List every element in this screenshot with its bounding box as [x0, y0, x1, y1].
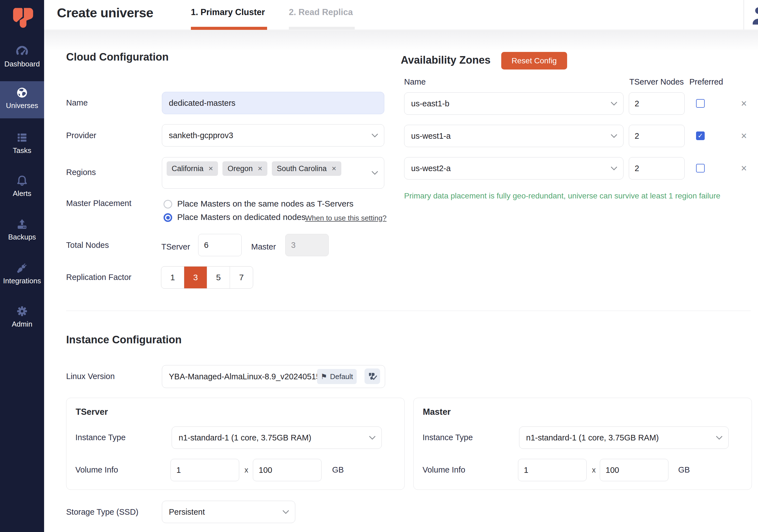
- region-chip[interactable]: South Carolina ×: [272, 161, 341, 176]
- az-zone-value: us-west1-a: [404, 131, 451, 141]
- master-count-label: Master: [251, 242, 276, 252]
- master-volume-size-input[interactable]: 100: [600, 459, 669, 481]
- remove-region-icon[interactable]: ×: [208, 164, 213, 173]
- chevron-down-icon: [282, 510, 290, 514]
- az-nodes-input[interactable]: 2: [629, 125, 685, 147]
- tserver-count-label: TServer: [161, 242, 190, 252]
- master-count-value: 3: [286, 241, 295, 250]
- az-zone-select[interactable]: us-east1-b: [404, 92, 624, 115]
- master-volume-count-input[interactable]: 1: [518, 459, 587, 481]
- az-remove-icon[interactable]: ×: [741, 98, 747, 109]
- yugabyte-logo[interactable]: [10, 3, 35, 29]
- header-shadow: [44, 30, 758, 51]
- remove-region-icon[interactable]: ×: [258, 164, 262, 173]
- regions-multiselect[interactable]: California × Oregon × South Carolina ×: [162, 157, 384, 189]
- sidebar-item-label: Tasks: [0, 146, 44, 155]
- flag-icon: ⚑: [321, 372, 327, 381]
- chevron-down-icon: [610, 166, 618, 170]
- rf-option-3[interactable]: 3: [184, 266, 207, 288]
- storage-type-select[interactable]: Persistent: [162, 501, 295, 523]
- sidebar-item-integrations[interactable]: Integrations: [0, 261, 44, 285]
- az-zone-value: us-east1-b: [404, 99, 449, 108]
- speedometer-icon: [15, 44, 29, 58]
- inactive-tab-indicator: [289, 27, 355, 30]
- radio-masters-same-nodes-label: Place Masters on the same nodes as T-Ser…: [177, 199, 353, 208]
- chevron-down-icon: [610, 134, 618, 138]
- tserver-count-value: 6: [198, 241, 208, 250]
- sidebar-item-backups[interactable]: Backups: [0, 217, 44, 241]
- az-nodes-value: 2: [629, 99, 639, 108]
- sidebar-item-dashboard[interactable]: Dashboard: [0, 44, 44, 68]
- radio-masters-same-nodes[interactable]: [163, 200, 172, 208]
- az-preferred-checkbox[interactable]: [696, 164, 705, 172]
- tserver-count-input[interactable]: 6: [198, 234, 242, 256]
- sidebar-item-tasks[interactable]: Tasks: [0, 131, 44, 155]
- tserver-instance-type-label: Instance Type: [75, 433, 125, 442]
- sidebar: Dashboard Universes Tasks: [0, 0, 44, 532]
- master-volume-info-label: Volume Info: [423, 465, 465, 475]
- default-badge: ⚑ Default: [317, 369, 357, 384]
- geo-redundancy-message: Primary data placement is fully geo-redu…: [404, 192, 720, 200]
- linux-version-label: Linux Version: [66, 372, 115, 381]
- az-remove-icon[interactable]: ×: [741, 130, 747, 142]
- chevron-down-icon: [371, 133, 378, 138]
- chevron-down-icon: [610, 101, 618, 106]
- universe-name-value: dedicated-masters: [162, 98, 235, 108]
- instance-configuration-title: Instance Configuration: [66, 334, 182, 346]
- volume-multiply-label: x: [245, 466, 248, 475]
- default-badge-label: Default: [330, 372, 353, 381]
- radio-masters-dedicated-nodes[interactable]: [163, 213, 172, 222]
- az-remove-icon[interactable]: ×: [741, 162, 747, 174]
- rf-option-7[interactable]: 7: [230, 266, 253, 288]
- tserver-volume-unit: GB: [332, 465, 344, 475]
- create-universe-page: Dashboard Universes Tasks: [0, 0, 758, 532]
- sidebar-item-universes[interactable]: Universes: [0, 81, 44, 118]
- linux-version-action-button[interactable]: [364, 369, 380, 384]
- universe-name-input[interactable]: dedicated-masters: [162, 92, 384, 114]
- sidebar-item-label: Integrations: [0, 277, 44, 285]
- cloud-configuration-title: Cloud Configuration: [66, 51, 169, 63]
- tserver-instance-type-value: n1-standard-1 (1 core, 3.75GB RAM): [172, 433, 311, 443]
- az-nodes-value: 2: [629, 131, 639, 141]
- sidebar-item-admin[interactable]: Admin: [0, 304, 44, 329]
- check-icon: ✓: [698, 132, 703, 140]
- storage-type-value: Persistent: [162, 508, 205, 517]
- az-nodes-input[interactable]: 2: [629, 92, 685, 115]
- tserver-instance-type-select[interactable]: n1-standard-1 (1 core, 3.75GB RAM): [172, 427, 382, 449]
- plug-icon: [15, 261, 29, 275]
- replication-factor-label: Replication Factor: [66, 273, 131, 282]
- master-volume-size-value: 100: [600, 466, 619, 475]
- sidebar-item-label: Alerts: [0, 189, 44, 198]
- sidebar-item-alerts[interactable]: Alerts: [0, 174, 44, 198]
- az-zone-select[interactable]: us-west2-a: [404, 157, 624, 179]
- user-avatar-icon[interactable]: [752, 6, 758, 26]
- tserver-volume-info-label: Volume Info: [75, 465, 118, 475]
- chevron-down-icon: [716, 436, 723, 440]
- az-preferred-checkbox[interactable]: ✓: [696, 131, 705, 140]
- tserver-volume-size-input[interactable]: 100: [253, 459, 322, 481]
- region-chip-label: South Carolina: [277, 164, 327, 173]
- provider-label: Provider: [66, 131, 96, 140]
- master-placement-label: Master Placement: [66, 199, 131, 208]
- master-instance-type-label: Instance Type: [423, 433, 473, 442]
- tab-primary-cluster[interactable]: 1. Primary Cluster: [191, 7, 265, 17]
- tserver-volume-count-input[interactable]: 1: [171, 459, 239, 481]
- master-instance-type-select[interactable]: n1-standard-1 (1 core, 3.75GB RAM): [519, 427, 729, 449]
- task-list-icon: [15, 131, 29, 145]
- header-divider: [743, 0, 744, 30]
- bell-icon: [15, 174, 29, 188]
- sidebar-item-label: Dashboard: [0, 60, 44, 68]
- region-chip[interactable]: Oregon ×: [223, 161, 267, 176]
- rf-option-1[interactable]: 1: [161, 266, 184, 288]
- remove-region-icon[interactable]: ×: [331, 164, 336, 173]
- az-nodes-input[interactable]: 2: [629, 157, 685, 179]
- provider-select[interactable]: sanketh-gcpprov3: [162, 124, 384, 147]
- master-count-input: 3: [285, 234, 329, 256]
- rf-option-5[interactable]: 5: [207, 266, 230, 288]
- az-zone-select[interactable]: us-west1-a: [404, 125, 624, 147]
- region-chip[interactable]: California ×: [167, 161, 218, 176]
- reset-config-button[interactable]: Reset Config: [501, 52, 567, 69]
- az-preferred-checkbox[interactable]: [696, 99, 705, 108]
- tab-read-replica[interactable]: 2. Read Replica: [289, 7, 353, 17]
- when-to-use-link[interactable]: When to use this setting?: [305, 214, 387, 223]
